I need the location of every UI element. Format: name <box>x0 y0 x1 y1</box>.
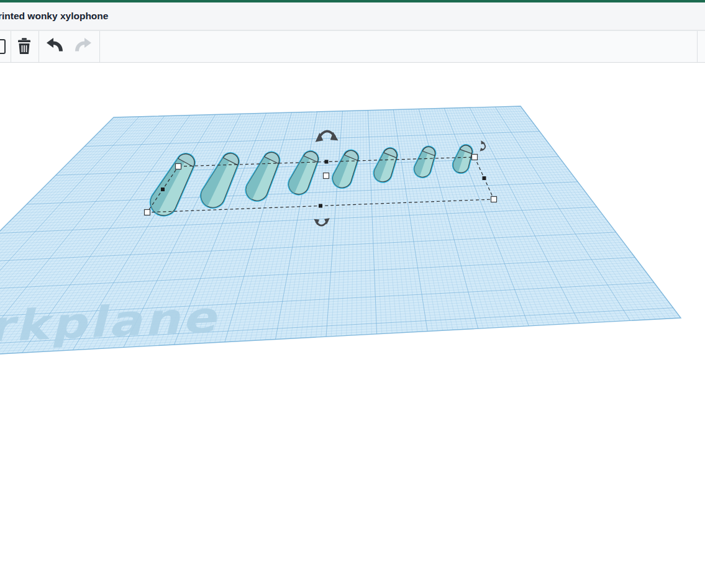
header-bar: rinted wonky xylophone <box>0 2 705 30</box>
viewport-3d[interactable]: workplane <box>0 0 705 588</box>
workplane-label: workplane <box>0 292 228 355</box>
scale-handle-corner[interactable] <box>145 210 150 215</box>
scale-handle-corner[interactable] <box>491 197 497 202</box>
redo-button[interactable] <box>72 35 94 58</box>
design-title: rinted wonky xylophone <box>0 2 108 30</box>
scale-handle-edge[interactable] <box>483 176 486 180</box>
undo-button[interactable] <box>43 35 66 58</box>
scale-handle-edge[interactable] <box>325 160 329 164</box>
delete-button[interactable] <box>13 35 35 58</box>
toolbar-divider <box>99 31 100 62</box>
trash-icon <box>13 35 35 57</box>
scale-handle-edge[interactable] <box>161 188 165 191</box>
scale-handle-corner[interactable] <box>472 155 478 160</box>
toolbar-divider <box>11 31 11 62</box>
undo-icon <box>43 35 66 57</box>
redo-icon <box>72 35 94 57</box>
scale-handle-corner[interactable] <box>176 164 181 170</box>
scale-handle-edge[interactable] <box>319 204 322 208</box>
toolbar <box>0 30 705 63</box>
toolbar-divider <box>39 31 39 62</box>
toolbar-divider <box>697 31 698 62</box>
height-handle[interactable] <box>324 173 329 179</box>
clipped-copy-icon[interactable] <box>0 39 6 54</box>
